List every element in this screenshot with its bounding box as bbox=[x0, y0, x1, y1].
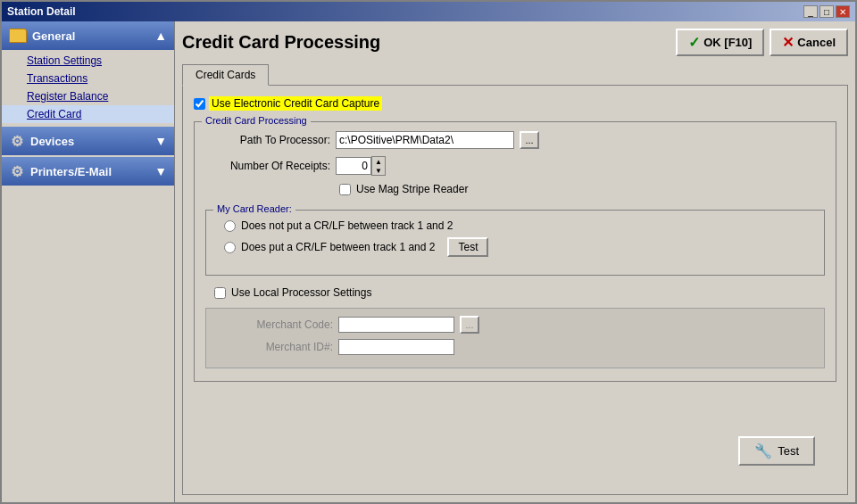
cancel-button[interactable]: ✕ Cancel bbox=[770, 29, 848, 56]
radio-row-2: Does put a CR/LF between track 1 and 2 T… bbox=[217, 237, 813, 257]
merchant-code-label: Merchant Code: bbox=[217, 318, 333, 331]
sidebar-header-devices[interactable]: ⚙ Devices ▼ bbox=[2, 127, 174, 155]
sidebar-header-left: General bbox=[9, 29, 75, 43]
receipts-row: Number Of Receipts: ▲ ▼ bbox=[205, 156, 825, 176]
gear-icon-printers: ⚙ bbox=[9, 163, 25, 179]
gear-icon-devices: ⚙ bbox=[9, 133, 25, 149]
check-icon: ✓ bbox=[688, 34, 700, 51]
content-area: General ▲ Station Settings Transactions … bbox=[2, 21, 855, 502]
radio-row-1: Does not put a CR/LF between track 1 and… bbox=[217, 219, 813, 232]
title-bar: Station Detail _ □ ✕ bbox=[2, 2, 855, 21]
credit-card-processing-title: Credit Card Processing bbox=[202, 115, 311, 126]
mag-stripe-row: Use Mag Stripe Reader bbox=[339, 183, 825, 195]
card-reader-group: My Card Reader: Does not put a CR/LF bet… bbox=[205, 210, 825, 276]
mag-stripe-label: Use Mag Stripe Reader bbox=[356, 183, 468, 195]
ok-label: OK [F10] bbox=[703, 36, 752, 49]
receipts-spinner: ▲ ▼ bbox=[336, 156, 386, 176]
sidebar-item-credit-card[interactable]: Credit Card bbox=[2, 105, 174, 123]
test-button-inline[interactable]: Test bbox=[447, 237, 488, 257]
path-browse-button[interactable]: ... bbox=[520, 131, 539, 149]
sidebar-section-printers: ⚙ Printers/E-Mail ▼ bbox=[2, 157, 174, 186]
merchant-code-input[interactable] bbox=[338, 317, 454, 333]
local-proc-label: Use Local Processor Settings bbox=[231, 286, 371, 299]
close-button[interactable]: ✕ bbox=[836, 5, 850, 18]
folder-icon bbox=[9, 29, 27, 43]
sidebar-header-printers-left: ⚙ Printers/E-Mail bbox=[9, 163, 112, 179]
merchant-id-label: Merchant ID#: bbox=[217, 341, 333, 353]
tab-credit-cards[interactable]: Credit Cards bbox=[182, 64, 269, 86]
mag-stripe-checkbox[interactable] bbox=[339, 184, 351, 195]
receipts-input[interactable] bbox=[336, 157, 371, 175]
spinner-down-button[interactable]: ▼ bbox=[372, 166, 385, 175]
sidebar-section-devices: ⚙ Devices ▼ bbox=[2, 127, 174, 155]
radio-crlf[interactable] bbox=[224, 242, 236, 253]
sidebar-general-label: General bbox=[32, 29, 75, 43]
radio-no-crlf-label: Does not put a CR/LF between track 1 and… bbox=[241, 219, 453, 232]
merchant-group: Merchant Code: ... Merchant ID#: bbox=[205, 308, 825, 368]
sidebar-item-station-settings[interactable]: Station Settings bbox=[2, 52, 174, 70]
card-reader-title: My Card Reader: bbox=[213, 203, 295, 214]
chevron-up-icon: ▲ bbox=[154, 29, 167, 43]
main-header: Credit Card Processing ✓ OK [F10] ✕ Canc… bbox=[182, 29, 848, 56]
header-buttons: ✓ OK [F10] ✕ Cancel bbox=[676, 29, 848, 56]
page-title: Credit Card Processing bbox=[182, 32, 380, 53]
sidebar-printers-label: Printers/E-Mail bbox=[30, 165, 112, 178]
sidebar-item-transactions[interactable]: Transactions bbox=[2, 70, 174, 87]
chevron-down-icon: ▼ bbox=[154, 134, 167, 148]
use-electronic-checkbox[interactable] bbox=[194, 98, 205, 110]
test-bottom-label: Test bbox=[778, 444, 799, 458]
test-button-bottom[interactable]: 🔧 Test bbox=[738, 436, 815, 466]
radio-no-crlf[interactable] bbox=[224, 220, 236, 232]
chevron-down-printers-icon: ▼ bbox=[154, 164, 167, 178]
path-input[interactable] bbox=[336, 131, 514, 149]
use-electronic-row: Use Electronic Credit Card Capture bbox=[194, 96, 836, 111]
main-window: Station Detail _ □ ✕ General ▲ Station S… bbox=[0, 0, 857, 504]
tabs: Credit Cards bbox=[182, 63, 848, 85]
sidebar: General ▲ Station Settings Transactions … bbox=[2, 21, 175, 502]
sidebar-header-general[interactable]: General ▲ bbox=[2, 21, 174, 50]
main-content: Credit Card Processing ✓ OK [F10] ✕ Canc… bbox=[175, 21, 855, 502]
sidebar-header-printers[interactable]: ⚙ Printers/E-Mail ▼ bbox=[2, 157, 174, 186]
radio-crlf-label: Does put a CR/LF between track 1 and 2 bbox=[241, 241, 435, 253]
local-proc-row: Use Local Processor Settings bbox=[214, 286, 825, 299]
minimize-button[interactable]: _ bbox=[803, 5, 818, 18]
spinner-up-button[interactable]: ▲ bbox=[372, 157, 385, 166]
receipts-label: Number Of Receipts: bbox=[205, 160, 330, 172]
use-electronic-label: Use Electronic Credit Card Capture bbox=[209, 96, 382, 111]
merchant-id-row: Merchant ID#: bbox=[217, 339, 813, 355]
sidebar-devices-label: Devices bbox=[30, 135, 74, 148]
spinner-arrows: ▲ ▼ bbox=[371, 156, 386, 176]
path-label: Path To Processor: bbox=[205, 134, 330, 146]
merchant-browse-button[interactable]: ... bbox=[460, 316, 479, 334]
cancel-label: Cancel bbox=[797, 36, 836, 49]
sidebar-header-devices-left: ⚙ Devices bbox=[9, 133, 74, 149]
test-wrench-icon: 🔧 bbox=[754, 442, 772, 459]
merchant-code-row: Merchant Code: ... bbox=[217, 316, 813, 334]
ok-button[interactable]: ✓ OK [F10] bbox=[676, 29, 764, 56]
tab-content: Use Electronic Credit Card Capture Credi… bbox=[182, 85, 848, 495]
sidebar-general-items: Station Settings Transactions Register B… bbox=[2, 50, 174, 125]
credit-card-processing-group: Credit Card Processing Path To Processor… bbox=[194, 121, 836, 382]
merchant-id-input[interactable] bbox=[338, 339, 454, 355]
window-title: Station Detail bbox=[7, 5, 76, 18]
maximize-button[interactable]: □ bbox=[820, 5, 834, 18]
sidebar-item-register-balance[interactable]: Register Balance bbox=[2, 87, 174, 105]
local-proc-checkbox[interactable] bbox=[214, 287, 226, 299]
path-row: Path To Processor: ... bbox=[205, 131, 825, 149]
cancel-x-icon: ✕ bbox=[782, 34, 794, 51]
tab-area: Credit Cards Use Electronic Credit Card … bbox=[182, 63, 848, 495]
title-bar-buttons: _ □ ✕ bbox=[803, 5, 850, 18]
sidebar-section-general: General ▲ Station Settings Transactions … bbox=[2, 21, 174, 125]
